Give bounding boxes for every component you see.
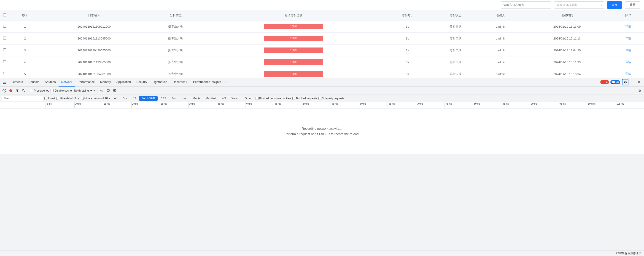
row-log-id: 20240119151113595000 (41, 32, 147, 44)
row-progress: 100% (204, 32, 384, 44)
timeline-tick: 105 ms (616, 102, 644, 108)
table-row: 3 20240118180420055000 按专业分析 100% 3s 分析失… (0, 44, 644, 56)
row-checkbox[interactable] (3, 48, 6, 51)
timeline-tick: 10 ms (74, 102, 103, 108)
timeline-tick-label: 10 ms (74, 103, 82, 105)
blocked-cookies-checkbox[interactable] (256, 97, 258, 100)
hide-data-urls-label[interactable]: Hide data URLs (56, 97, 80, 100)
filter-type-btn-ws[interactable]: WS (219, 96, 228, 101)
tab-recorder[interactable]: Recorder ⌶ (170, 78, 190, 87)
throttling-select[interactable]: No throttling (73, 89, 93, 93)
export-har-button[interactable] (106, 88, 111, 93)
analysis-type-select[interactable]: 请选择分析类型 (554, 1, 604, 9)
svg-line-4 (4, 90, 5, 92)
tab-console[interactable]: Console (26, 78, 42, 87)
warn-count-badge[interactable]: 💬 26 (610, 80, 620, 84)
tab-memory[interactable]: Memory (98, 78, 114, 87)
row-action[interactable]: 详情 (612, 56, 644, 68)
tab-security[interactable]: Security (134, 78, 150, 87)
hide-extension-urls-label[interactable]: Hide extension URLs (81, 97, 110, 100)
wifi-icon[interactable] (99, 88, 104, 93)
select-all-checkbox[interactable] (3, 13, 6, 16)
filter-type-btn-img[interactable]: Img (180, 96, 190, 101)
filter-type-btn-js[interactable]: JS (130, 96, 139, 101)
th-log-id: 日志编号 (41, 10, 147, 20)
row-checkbox[interactable] (3, 60, 6, 63)
filter-text-input[interactable] (2, 96, 43, 101)
filter-type-btn-fetch-xhr[interactable]: Fetch/XHR (139, 96, 158, 101)
log-id-input[interactable] (501, 1, 551, 9)
row-action[interactable]: 详情 (612, 32, 644, 44)
row-type: 按专业分析 (147, 32, 204, 44)
third-party-label[interactable]: 3rd-party requests (318, 97, 344, 100)
timeline-tick: 5 ms (46, 102, 74, 108)
row-checkbox[interactable] (3, 25, 6, 28)
tab-performance-insights[interactable]: Performance insights ⌶ × (190, 78, 229, 87)
svg-rect-0 (3, 81, 6, 81)
timeline-tick: 20 ms (131, 102, 160, 108)
filter-type-btn-css[interactable]: CSS (158, 96, 169, 101)
row-time: 2024/01/19 15:13:09 (522, 20, 612, 32)
query-button[interactable]: 查询 (607, 1, 622, 9)
timeline-tick-label: 45 ms (274, 103, 281, 105)
record-button[interactable] (8, 88, 13, 93)
more-options-button[interactable]: ⋮ (629, 79, 635, 85)
disable-cache-checkbox[interactable] (50, 89, 54, 92)
close-insights-icon[interactable]: × (225, 80, 226, 84)
preserve-log-checkbox[interactable] (30, 89, 33, 92)
timeline-tick: 80 ms (473, 102, 502, 108)
import-har-button[interactable] (112, 88, 117, 93)
invert-checkbox[interactable] (44, 97, 47, 100)
filter-type-btn-manifest[interactable]: Manifest (203, 96, 218, 101)
network-filter-row: Invert Hide data URLs Hide extension URL… (0, 95, 644, 102)
devtools-top-right: 🚫 4 💬 26 ⚙ ⋮ × (600, 79, 642, 85)
row-action[interactable]: 详情 (612, 20, 644, 32)
blocked-cookies-label[interactable]: Blocked response cookies (256, 97, 291, 100)
timeline-tick-label: 30 ms (188, 103, 195, 105)
tab-sources[interactable]: Sources (42, 78, 58, 87)
blocked-requests-label[interactable]: Blocked requests (292, 97, 317, 100)
filter-type-btn-font[interactable]: Font (169, 96, 180, 101)
filter-button[interactable] (15, 88, 20, 93)
tab-network[interactable]: Network (58, 78, 75, 87)
filter-type-btn-doc[interactable]: Doc (120, 96, 130, 101)
filter-type-btn-media[interactable]: Media (190, 96, 203, 101)
tab-elements[interactable]: Elements (8, 78, 26, 87)
settings-gear-button[interactable]: ⚙ (622, 79, 628, 85)
timeline-tick: 45 ms (274, 102, 302, 108)
row-index: 3 (9, 44, 41, 56)
row-checkbox[interactable] (3, 36, 6, 39)
hide-extension-urls-checkbox[interactable] (81, 97, 84, 100)
tab-application[interactable]: Application (114, 78, 134, 87)
close-devtools-button[interactable]: × (636, 79, 642, 85)
filter-type-btn-all[interactable]: All (112, 96, 120, 101)
preserve-log-label[interactable]: Preserve log (30, 89, 49, 92)
row-checkbox-cell (0, 20, 9, 32)
hide-data-urls-checkbox[interactable] (56, 97, 59, 100)
third-party-checkbox[interactable] (318, 97, 322, 100)
top-filter-bar: 请选择分析类型 查询 重置 (0, 0, 644, 10)
reset-button[interactable]: 重置 (625, 1, 640, 9)
timeline-tick-label: 85 ms (502, 103, 509, 105)
invert-filter-label[interactable]: Invert (44, 97, 55, 100)
devtools-toggle-btn[interactable] (2, 80, 7, 85)
error-count-badge[interactable]: 🚫 4 (600, 80, 609, 84)
filter-type-btn-other[interactable]: Other (242, 96, 254, 101)
network-settings-button[interactable]: ⚙ (637, 88, 642, 93)
timeline-header: 5 ms10 ms15 ms20 ms25 ms30 ms35 ms40 ms4… (0, 102, 644, 109)
blocked-requests-checkbox[interactable] (292, 97, 295, 100)
tab-lighthouse[interactable]: Lighthouse (150, 78, 170, 87)
th-progress: 算法分析进度 (204, 10, 384, 20)
row-action[interactable]: 详情 (612, 44, 644, 56)
tab-performance[interactable]: Performance (75, 78, 97, 87)
svg-rect-2 (3, 83, 6, 84)
clear-log-button[interactable] (2, 88, 7, 93)
search-button[interactable] (21, 88, 26, 93)
filter-type-btn-wasm[interactable]: Wasm (229, 96, 242, 101)
timeline-tick: 60 ms (359, 102, 388, 108)
th-checkbox (0, 10, 9, 20)
timeline-tick-label: 100 ms (587, 103, 596, 105)
timeline-tick-label: 35 ms (217, 103, 224, 105)
row-checkbox[interactable] (3, 72, 6, 75)
disable-cache-label[interactable]: Disable cache (50, 89, 72, 92)
